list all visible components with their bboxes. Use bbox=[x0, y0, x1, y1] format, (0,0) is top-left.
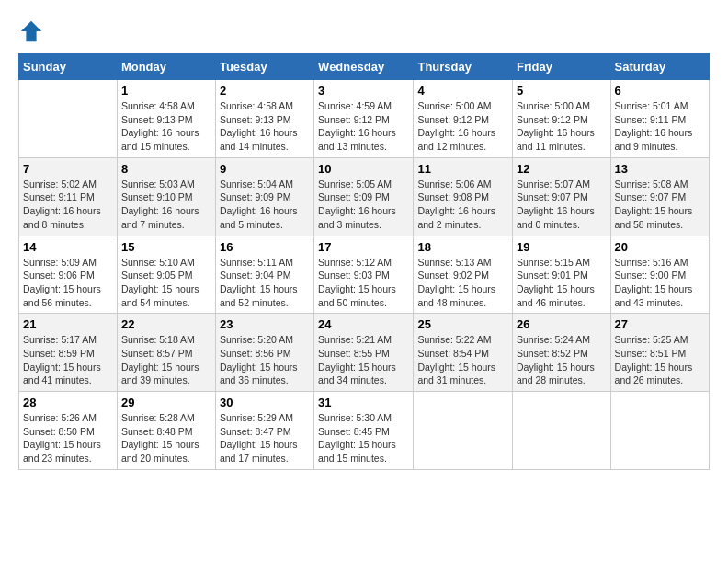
day-cell bbox=[19, 80, 118, 158]
day-cell: 4Sunrise: 5:00 AMSunset: 9:12 PMDaylight… bbox=[414, 80, 513, 158]
header-cell-monday: Monday bbox=[117, 54, 215, 80]
day-info: Sunrise: 5:30 AMSunset: 8:45 PMDaylight:… bbox=[318, 411, 409, 465]
day-info: Sunrise: 5:29 AMSunset: 8:47 PMDaylight:… bbox=[220, 411, 310, 465]
day-info: Sunrise: 5:28 AMSunset: 8:48 PMDaylight:… bbox=[121, 411, 211, 465]
day-number: 13 bbox=[615, 162, 705, 176]
day-info: Sunrise: 5:16 AMSunset: 9:00 PMDaylight:… bbox=[615, 256, 705, 310]
day-number: 24 bbox=[318, 317, 409, 331]
header-row: SundayMondayTuesdayWednesdayThursdayFrid… bbox=[19, 54, 710, 80]
day-info: Sunrise: 5:08 AMSunset: 9:07 PMDaylight:… bbox=[615, 178, 705, 232]
day-info: Sunrise: 5:00 AMSunset: 9:12 PMDaylight:… bbox=[417, 99, 508, 154]
day-number: 29 bbox=[121, 396, 211, 409]
calendar-header: SundayMondayTuesdayWednesdayThursdayFrid… bbox=[19, 54, 710, 80]
day-cell: 1Sunrise: 4:58 AMSunset: 9:13 PMDaylight… bbox=[117, 80, 215, 158]
day-info: Sunrise: 5:05 AMSunset: 9:09 PMDaylight:… bbox=[318, 178, 409, 232]
day-cell: 6Sunrise: 5:01 AMSunset: 9:11 PMDaylight… bbox=[610, 80, 709, 158]
day-info: Sunrise: 5:22 AMSunset: 8:54 PMDaylight:… bbox=[417, 333, 508, 387]
day-number: 5 bbox=[517, 84, 607, 98]
day-number: 7 bbox=[23, 162, 113, 176]
day-number: 22 bbox=[121, 317, 211, 331]
day-info: Sunrise: 5:25 AMSunset: 8:51 PMDaylight:… bbox=[615, 333, 705, 387]
day-cell: 18Sunrise: 5:13 AMSunset: 9:02 PMDayligh… bbox=[414, 236, 513, 314]
day-number: 12 bbox=[517, 162, 607, 176]
calendar-table: SundayMondayTuesdayWednesdayThursdayFrid… bbox=[18, 53, 710, 470]
day-cell: 12Sunrise: 5:07 AMSunset: 9:07 PMDayligh… bbox=[513, 157, 611, 236]
day-cell: 30Sunrise: 5:29 AMSunset: 8:47 PMDayligh… bbox=[215, 392, 313, 470]
header-cell-friday: Friday bbox=[513, 54, 611, 80]
day-cell bbox=[414, 392, 513, 470]
week-row-1: 1Sunrise: 4:58 AMSunset: 9:13 PMDaylight… bbox=[19, 80, 710, 158]
day-cell: 24Sunrise: 5:21 AMSunset: 8:55 PMDayligh… bbox=[314, 314, 414, 392]
day-cell: 3Sunrise: 4:59 AMSunset: 9:12 PMDaylight… bbox=[314, 80, 414, 158]
day-info: Sunrise: 5:13 AMSunset: 9:02 PMDaylight:… bbox=[417, 256, 508, 310]
day-cell: 2Sunrise: 4:58 AMSunset: 9:13 PMDaylight… bbox=[215, 80, 313, 158]
day-number: 4 bbox=[417, 84, 508, 98]
day-cell: 15Sunrise: 5:10 AMSunset: 9:05 PMDayligh… bbox=[117, 236, 215, 314]
day-number: 17 bbox=[318, 240, 409, 254]
day-info: Sunrise: 5:09 AMSunset: 9:06 PMDaylight:… bbox=[23, 256, 113, 310]
day-number: 19 bbox=[517, 240, 607, 254]
day-cell: 13Sunrise: 5:08 AMSunset: 9:07 PMDayligh… bbox=[610, 157, 709, 236]
day-cell: 8Sunrise: 5:03 AMSunset: 9:10 PMDaylight… bbox=[117, 157, 215, 236]
header-cell-sunday: Sunday bbox=[19, 54, 118, 80]
day-info: Sunrise: 5:03 AMSunset: 9:10 PMDaylight:… bbox=[121, 178, 211, 232]
day-cell: 27Sunrise: 5:25 AMSunset: 8:51 PMDayligh… bbox=[610, 314, 709, 392]
logo bbox=[18, 18, 48, 44]
day-number: 3 bbox=[318, 84, 409, 98]
day-cell: 5Sunrise: 5:00 AMSunset: 9:12 PMDaylight… bbox=[513, 80, 611, 158]
day-cell: 20Sunrise: 5:16 AMSunset: 9:00 PMDayligh… bbox=[610, 236, 709, 314]
day-info: Sunrise: 5:24 AMSunset: 8:52 PMDaylight:… bbox=[517, 333, 607, 387]
day-number: 11 bbox=[417, 162, 508, 176]
day-info: Sunrise: 5:18 AMSunset: 8:57 PMDaylight:… bbox=[121, 333, 211, 387]
day-cell: 28Sunrise: 5:26 AMSunset: 8:50 PMDayligh… bbox=[19, 392, 118, 470]
week-row-3: 14Sunrise: 5:09 AMSunset: 9:06 PMDayligh… bbox=[19, 236, 710, 314]
week-row-5: 28Sunrise: 5:26 AMSunset: 8:50 PMDayligh… bbox=[19, 392, 710, 470]
day-number: 2 bbox=[220, 84, 310, 98]
day-number: 6 bbox=[615, 84, 705, 98]
day-cell: 29Sunrise: 5:28 AMSunset: 8:48 PMDayligh… bbox=[117, 392, 215, 470]
day-number: 14 bbox=[23, 240, 113, 254]
day-info: Sunrise: 5:26 AMSunset: 8:50 PMDaylight:… bbox=[23, 411, 113, 465]
svg-marker-0 bbox=[21, 21, 41, 41]
day-number: 18 bbox=[417, 240, 508, 254]
day-cell: 16Sunrise: 5:11 AMSunset: 9:04 PMDayligh… bbox=[215, 236, 313, 314]
header-cell-wednesday: Wednesday bbox=[314, 54, 414, 80]
day-cell: 9Sunrise: 5:04 AMSunset: 9:09 PMDaylight… bbox=[215, 157, 313, 236]
day-number: 8 bbox=[121, 162, 211, 176]
header-cell-thursday: Thursday bbox=[414, 54, 513, 80]
day-info: Sunrise: 4:59 AMSunset: 9:12 PMDaylight:… bbox=[318, 99, 409, 154]
day-cell: 26Sunrise: 5:24 AMSunset: 8:52 PMDayligh… bbox=[513, 314, 611, 392]
day-number: 31 bbox=[318, 396, 409, 409]
day-cell: 11Sunrise: 5:06 AMSunset: 9:08 PMDayligh… bbox=[414, 157, 513, 236]
day-number: 15 bbox=[121, 240, 211, 254]
day-info: Sunrise: 4:58 AMSunset: 9:13 PMDaylight:… bbox=[220, 99, 310, 154]
logo-icon bbox=[18, 18, 44, 44]
day-info: Sunrise: 5:11 AMSunset: 9:04 PMDaylight:… bbox=[220, 256, 310, 310]
day-number: 28 bbox=[23, 396, 113, 409]
day-info: Sunrise: 4:58 AMSunset: 9:13 PMDaylight:… bbox=[121, 99, 211, 154]
header-cell-saturday: Saturday bbox=[610, 54, 709, 80]
day-number: 1 bbox=[121, 84, 211, 98]
day-info: Sunrise: 5:12 AMSunset: 9:03 PMDaylight:… bbox=[318, 256, 409, 310]
week-row-4: 21Sunrise: 5:17 AMSunset: 8:59 PMDayligh… bbox=[19, 314, 710, 392]
day-cell: 21Sunrise: 5:17 AMSunset: 8:59 PMDayligh… bbox=[19, 314, 118, 392]
day-cell: 7Sunrise: 5:02 AMSunset: 9:11 PMDaylight… bbox=[19, 157, 118, 236]
day-cell: 19Sunrise: 5:15 AMSunset: 9:01 PMDayligh… bbox=[513, 236, 611, 314]
day-number: 27 bbox=[615, 317, 705, 331]
page-header bbox=[18, 18, 710, 44]
day-number: 9 bbox=[220, 162, 310, 176]
day-cell: 10Sunrise: 5:05 AMSunset: 9:09 PMDayligh… bbox=[314, 157, 414, 236]
day-cell bbox=[610, 392, 709, 470]
day-info: Sunrise: 5:21 AMSunset: 8:55 PMDaylight:… bbox=[318, 333, 409, 387]
day-info: Sunrise: 5:00 AMSunset: 9:12 PMDaylight:… bbox=[517, 99, 607, 154]
day-cell bbox=[513, 392, 611, 470]
day-info: Sunrise: 5:15 AMSunset: 9:01 PMDaylight:… bbox=[517, 256, 607, 310]
day-info: Sunrise: 5:17 AMSunset: 8:59 PMDaylight:… bbox=[23, 333, 113, 387]
day-cell: 25Sunrise: 5:22 AMSunset: 8:54 PMDayligh… bbox=[414, 314, 513, 392]
day-info: Sunrise: 5:20 AMSunset: 8:56 PMDaylight:… bbox=[220, 333, 310, 387]
calendar-body: 1Sunrise: 4:58 AMSunset: 9:13 PMDaylight… bbox=[19, 80, 710, 470]
day-number: 16 bbox=[220, 240, 310, 254]
day-info: Sunrise: 5:10 AMSunset: 9:05 PMDaylight:… bbox=[121, 256, 211, 310]
day-number: 30 bbox=[220, 396, 310, 409]
day-info: Sunrise: 5:06 AMSunset: 9:08 PMDaylight:… bbox=[417, 178, 508, 232]
